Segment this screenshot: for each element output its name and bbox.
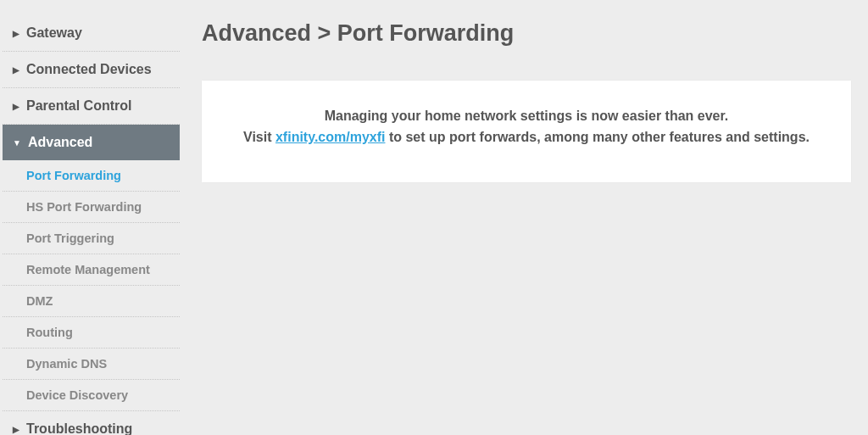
sidebar-item-parental-control[interactable]: ▶ Parental Control [3, 88, 180, 125]
myxfi-link[interactable]: xfinity.com/myxfi [275, 130, 386, 144]
sidebar-subitem-label: Routing [26, 326, 73, 339]
sidebar-subitem-label: Device Discovery [26, 388, 128, 402]
sidebar-item-label: Troubleshooting [26, 421, 132, 435]
sidebar-subitem-dmz[interactable]: DMZ [3, 286, 180, 317]
sidebar-subitem-port-triggering[interactable]: Port Triggering [3, 223, 180, 254]
sidebar-subitem-label: Port Triggering [26, 231, 114, 245]
sidebar-item-advanced[interactable]: ▼ Advanced [3, 125, 180, 160]
info-after: to set up port forwards, among many othe… [385, 130, 810, 144]
sidebar-item-label: Parental Control [26, 98, 131, 114]
sidebar-subitem-label: HS Port Forwarding [26, 200, 142, 214]
caret-right-icon: ▶ [13, 102, 19, 111]
sidebar: ▶ Gateway ▶ Connected Devices ▶ Parental… [0, 0, 180, 435]
sidebar-item-label: Connected Devices [26, 62, 152, 77]
sidebar-subitem-port-forwarding[interactable]: Port Forwarding [3, 160, 180, 192]
sidebar-subitem-label: DMZ [26, 294, 53, 308]
caret-down-icon: ▼ [13, 138, 21, 148]
caret-right-icon: ▶ [13, 425, 19, 434]
sidebar-subitem-remote-management[interactable]: Remote Management [3, 254, 180, 286]
sidebar-subitem-device-discovery[interactable]: Device Discovery [3, 380, 180, 411]
sidebar-subitem-label: Port Forwarding [26, 169, 121, 182]
sidebar-subitem-label: Remote Management [26, 263, 150, 276]
sidebar-subitem-routing[interactable]: Routing [3, 317, 180, 349]
sidebar-item-gateway[interactable]: ▶ Gateway [3, 15, 180, 52]
sidebar-subitem-hs-port-forwarding[interactable]: HS Port Forwarding [3, 192, 180, 223]
sidebar-subnav-advanced: Port Forwarding HS Port Forwarding Port … [3, 160, 180, 411]
info-visit: Visit [243, 130, 275, 144]
sidebar-subitem-label: Dynamic DNS [26, 357, 107, 371]
caret-right-icon: ▶ [13, 65, 19, 75]
main-content: Advanced > Port Forwarding Managing your… [180, 0, 868, 435]
page-title: Advanced > Port Forwarding [202, 20, 851, 47]
sidebar-item-connected-devices[interactable]: ▶ Connected Devices [3, 52, 180, 88]
caret-right-icon: ▶ [13, 29, 19, 38]
sidebar-item-label: Gateway [26, 25, 82, 41]
info-text: Managing your home network settings is n… [222, 106, 831, 148]
sidebar-item-troubleshooting[interactable]: ▶ Troubleshooting [3, 411, 180, 435]
info-panel: Managing your home network settings is n… [202, 81, 851, 182]
sidebar-item-label: Advanced [28, 135, 92, 150]
info-line1: Managing your home network settings is n… [325, 109, 729, 123]
sidebar-subitem-dynamic-dns[interactable]: Dynamic DNS [3, 349, 180, 380]
